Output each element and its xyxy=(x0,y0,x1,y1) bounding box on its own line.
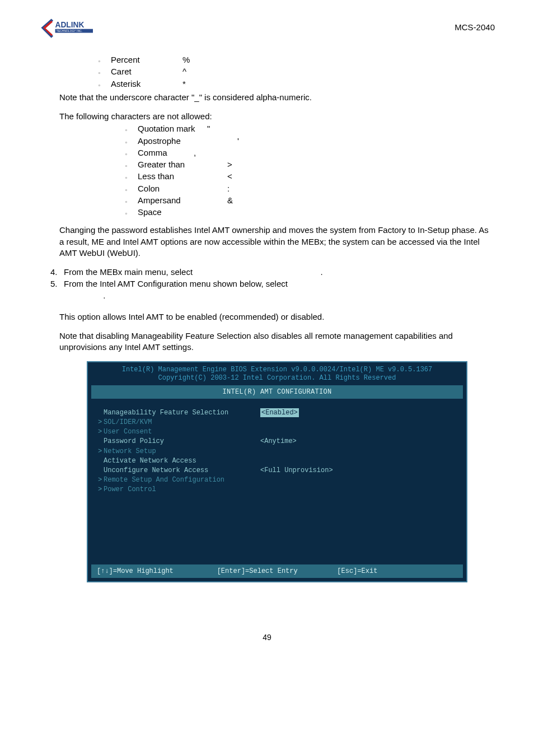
amt-menu-item[interactable]: > Remote Setup And Configuration xyxy=(98,475,456,484)
amt-arrow-icon xyxy=(98,456,104,465)
char-label: Greater than xyxy=(138,159,216,170)
document-code: MCS-2040 xyxy=(455,22,495,32)
list-item: ▫ Percent % xyxy=(99,54,495,66)
amt-footer: [↑↓]=Move Highlight [Enter]=Select Entry… xyxy=(91,564,463,578)
list-item: ▫ Ampersand & xyxy=(125,195,495,206)
bullet-icon: ▫ xyxy=(125,152,138,158)
amt-menu-item[interactable]: > SOL/IDER/KVM xyxy=(98,418,456,427)
amt-screenshot: Intel(R) Management Engine BIOS Extensio… xyxy=(87,361,467,583)
paragraph-disable: Note that disabling Manageability Featur… xyxy=(59,330,495,353)
amt-item-label: Network Setup xyxy=(104,447,260,456)
step-number: 5. xyxy=(50,278,64,301)
amt-menu-item[interactable]: > Network Setup xyxy=(98,447,456,456)
char-symbol: " xyxy=(207,123,210,134)
amt-item-label: Remote Setup And Configuration xyxy=(104,475,260,484)
not-allowed-heading: The following characters are not allowed… xyxy=(59,111,495,122)
amt-header-line2: Copyright(C) 2003-12 Intel Corporation. … xyxy=(93,374,461,383)
char-symbol: ' xyxy=(237,136,239,147)
amt-menu-item[interactable]: Unconfigure Network Access <Full Unprovi… xyxy=(98,466,456,475)
char-label: Less than xyxy=(138,171,216,182)
char-label: Percent xyxy=(111,54,182,66)
amt-item-label: User Consent xyxy=(104,427,260,436)
step-number: 4. xyxy=(50,267,64,278)
list-item: ▫ Asterisk * xyxy=(99,78,495,90)
page-header: ADLINK TECHNOLOGY INC. MCS-2040 xyxy=(39,17,495,41)
amt-arrow-icon xyxy=(98,466,104,475)
char-symbol: * xyxy=(182,78,186,90)
numbered-steps: 4. From the MEBx main menu, select . 5. … xyxy=(50,267,495,301)
amt-menu-item[interactable]: Password Policy <Anytime> xyxy=(98,437,456,446)
char-symbol: > xyxy=(227,159,232,170)
brand-logo: ADLINK TECHNOLOGY INC. xyxy=(39,17,106,41)
amt-menu-item[interactable]: > Power Control xyxy=(98,485,456,494)
paragraph-changing-password: Changing the password establishes Intel … xyxy=(59,225,495,259)
bullet-icon: ▫ xyxy=(99,83,111,89)
step-text: From the Intel AMT Configuration menu sh… xyxy=(64,278,495,301)
char-symbol: & xyxy=(227,195,233,206)
amt-item-label: Unconfigure Network Access xyxy=(104,466,260,475)
amt-arrow-icon: > xyxy=(98,475,104,484)
bullet-icon: ▫ xyxy=(125,211,138,217)
list-item: ▫ Less than < xyxy=(125,171,495,182)
amt-item-value: <Anytime> xyxy=(260,437,297,446)
bullet-icon: ▫ xyxy=(99,59,111,65)
amt-arrow-icon: > xyxy=(98,427,104,436)
list-item: ▫ Space xyxy=(125,207,495,218)
amt-item-value-selected: <Enabled> xyxy=(260,408,299,417)
char-label: Caret xyxy=(111,66,182,77)
amt-arrow-icon xyxy=(98,437,104,446)
char-label: Colon xyxy=(138,183,216,194)
amt-item-label: SOL/IDER/KVM xyxy=(104,418,260,427)
brand-text-top: ADLINK xyxy=(55,21,85,29)
svg-text:TECHNOLOGY INC.: TECHNOLOGY INC. xyxy=(57,30,83,32)
list-item: ▫ Comma , xyxy=(125,147,495,158)
bullet-icon: ▫ xyxy=(125,188,138,194)
bullet-icon: ▫ xyxy=(125,140,138,146)
amt-item-label: Manageability Feature Selection xyxy=(104,408,260,417)
amt-menu-item[interactable]: > User Consent xyxy=(98,427,456,436)
document-body: ▫ Percent % ▫ Caret ^ ▫ Asterisk * Note … xyxy=(59,54,495,582)
not-allowed-list: ▫ Quotation mark " ▫ Apostrophe ' ▫ Comm… xyxy=(125,123,495,218)
paragraph-option: This option allows Intel AMT to be enabl… xyxy=(59,311,495,323)
char-label: Ampersand xyxy=(138,195,216,206)
page-number: 49 xyxy=(39,633,495,642)
step-5: 5. From the Intel AMT Configuration menu… xyxy=(50,278,495,301)
step-4: 4. From the MEBx main menu, select . xyxy=(50,267,495,278)
amt-arrow-icon: > xyxy=(98,447,104,456)
amt-menu-item[interactable]: Manageability Feature Selection <Enabled… xyxy=(98,408,456,417)
list-item: ▫ Quotation mark " xyxy=(125,123,495,134)
list-item: ▫ Apostrophe ' xyxy=(125,136,495,147)
step-text: From the MEBx main menu, select . xyxy=(64,267,495,278)
amt-menu-body: Manageability Feature Selection <Enabled… xyxy=(88,399,466,559)
char-label: Apostrophe xyxy=(138,136,216,147)
amt-header: Intel(R) Management Engine BIOS Extensio… xyxy=(88,362,466,385)
amt-menu-item[interactable]: Activate Network Access xyxy=(98,456,456,465)
amt-hint-esc: [Esc]=Exit xyxy=(337,567,457,576)
list-item: ▫ Colon : xyxy=(125,183,495,194)
char-symbol: % xyxy=(182,54,190,66)
amt-item-value: <Full Unprovision> xyxy=(260,466,333,475)
amt-arrow-icon: > xyxy=(98,485,104,494)
char-symbol: : xyxy=(227,183,229,194)
char-label: Space xyxy=(138,207,216,218)
bullet-icon: ▫ xyxy=(125,199,138,206)
amt-item-label: Password Policy xyxy=(104,437,260,446)
char-label: Asterisk xyxy=(111,78,182,90)
char-symbol: , xyxy=(194,147,196,158)
bullet-icon: ▫ xyxy=(125,164,138,170)
list-item: ▫ Greater than > xyxy=(125,159,495,170)
amt-hint-move: [↑↓]=Move Highlight xyxy=(97,567,217,576)
amt-item-label: Activate Network Access xyxy=(104,456,260,465)
char-label: Comma xyxy=(138,147,216,158)
list-item: ▫ Caret ^ xyxy=(99,66,495,77)
amt-item-label: Power Control xyxy=(104,485,260,494)
amt-arrow-icon xyxy=(98,408,104,417)
char-symbol: < xyxy=(227,171,232,182)
amt-header-line1: Intel(R) Management Engine BIOS Extensio… xyxy=(93,366,461,375)
amt-title-bar: INTEL(R) AMT CONFIGURATION xyxy=(91,385,463,399)
char-symbol: ^ xyxy=(182,66,186,77)
allowed-char-list: ▫ Percent % ▫ Caret ^ ▫ Asterisk * xyxy=(99,54,495,90)
amt-hint-enter: [Enter]=Select Entry xyxy=(217,567,338,576)
bullet-icon: ▫ xyxy=(125,175,138,181)
underscore-note: Note that the underscore character "_" i… xyxy=(59,92,495,103)
